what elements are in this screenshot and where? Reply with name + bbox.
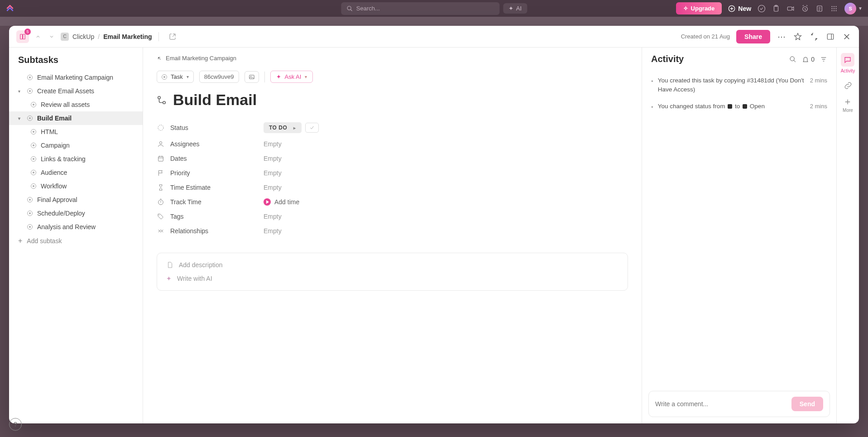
status-circle-icon[interactable] [31, 170, 36, 175]
subtask-item[interactable]: Campaign [9, 139, 143, 152]
help-button[interactable]: ? [9, 418, 22, 431]
subtask-item[interactable]: Email Marketing Campaign [9, 71, 143, 84]
search-activity-icon[interactable] [789, 56, 796, 63]
subtask-item[interactable]: Schedule/Deploy [9, 206, 143, 220]
status-circle-icon[interactable] [27, 88, 33, 94]
notepad-icon[interactable] [815, 5, 824, 13]
badge-count: 5 [24, 29, 31, 35]
new-button[interactable]: New [728, 5, 751, 12]
activity-text: You created this task by copying #31481d… [658, 76, 806, 95]
status-circle-icon[interactable] [31, 129, 36, 134]
subtask-item[interactable]: Links & tracking [9, 152, 143, 166]
modal-header: 5 C ClickUp / Email Marketing Created on… [9, 26, 859, 48]
field-tags[interactable]: Tags Empty [157, 213, 628, 220]
expand-sidebar-icon[interactable] [825, 32, 835, 42]
notifications-button[interactable]: 0 [802, 56, 815, 63]
expand-caret-icon[interactable]: ▾ [18, 89, 23, 94]
task-id[interactable]: 86cw9uve9 [199, 71, 239, 83]
close-icon[interactable] [842, 32, 852, 42]
task-badge-icon[interactable]: 5 [16, 30, 29, 43]
document-icon [166, 261, 173, 269]
status-value-button[interactable]: TO DO ▸ [264, 122, 302, 133]
expand-caret-icon[interactable]: ▾ [18, 116, 23, 121]
search-input[interactable]: Search... [341, 2, 499, 15]
status-circle-icon[interactable] [27, 115, 33, 121]
new-label: New [738, 5, 751, 12]
minimize-icon[interactable] [809, 32, 819, 42]
status-circle-icon[interactable] [31, 102, 36, 107]
subtask-item[interactable]: HTML [9, 125, 143, 139]
rail-link-button[interactable] [844, 82, 852, 90]
status-circle-icon[interactable] [31, 143, 36, 148]
nav-next-button[interactable] [47, 32, 56, 41]
field-priority[interactable]: Priority Empty [157, 169, 628, 177]
ai-button[interactable]: ✦ AI [503, 3, 527, 14]
write-with-ai-button[interactable]: ✦ Write with AI [166, 275, 619, 282]
plus-circle-icon [728, 5, 735, 12]
subtask-item[interactable]: Analysis and Review [9, 220, 143, 234]
status-circle-icon[interactable] [27, 224, 33, 230]
subtask-item[interactable]: Final Approval [9, 193, 143, 206]
upgrade-button[interactable]: ✧ Upgrade [676, 2, 722, 14]
field-relationships[interactable]: Relationships Empty [157, 227, 628, 235]
add-time-button[interactable]: Add time [264, 198, 299, 206]
avatar[interactable]: S [844, 3, 856, 14]
add-subtask-button[interactable]: + Add subtask [9, 234, 143, 248]
comment-input[interactable] [655, 400, 787, 408]
subtask-item[interactable]: ▾Build Email [9, 111, 143, 125]
task-type-selector[interactable]: Task ▾ [157, 71, 194, 83]
svg-line-32 [794, 60, 796, 62]
add-description-button[interactable]: Add description [166, 261, 619, 269]
filter-icon[interactable] [820, 56, 827, 63]
subtask-label: Create Email Assets [37, 87, 94, 95]
chevron-down-icon[interactable]: ▼ [858, 6, 863, 11]
status-circle-icon[interactable] [31, 156, 36, 162]
apps-grid-icon[interactable] [830, 5, 838, 13]
svg-point-16 [834, 10, 834, 11]
subtask-label: Campaign [41, 142, 70, 149]
rail-activity-button[interactable]: Activity [841, 53, 855, 73]
share-button[interactable]: Share [736, 30, 770, 43]
ask-ai-button[interactable]: ✦ Ask AI ▾ [270, 71, 313, 83]
clickup-logo-icon[interactable] [5, 4, 14, 13]
svg-point-24 [158, 96, 161, 99]
subtask-item[interactable]: Review all assets [9, 98, 143, 111]
topbar: Search... ✦ AI ✧ Upgrade New S ▼ [0, 0, 868, 17]
svg-point-30 [159, 215, 159, 216]
subtask-label: Analysis and Review [37, 223, 96, 231]
task-title[interactable]: Build Email [173, 91, 257, 109]
field-time-estimate[interactable]: Time Estimate Empty [157, 184, 628, 191]
send-button[interactable]: Send [791, 397, 823, 411]
workspace-chip[interactable]: C [61, 33, 69, 41]
subtask-item[interactable]: ▾Create Email Assets [9, 84, 143, 98]
subtask-label: Final Approval [37, 196, 77, 203]
breadcrumb-current[interactable]: Email Marketing [103, 33, 152, 40]
star-icon[interactable] [793, 32, 803, 42]
nav-prev-button[interactable] [34, 32, 43, 41]
svg-point-10 [834, 6, 834, 7]
svg-point-12 [831, 8, 832, 9]
status-circle-icon[interactable] [31, 183, 36, 189]
check-circle-icon[interactable] [758, 5, 766, 13]
move-icon[interactable] [169, 33, 176, 40]
field-assignees[interactable]: Assignees Empty [157, 140, 628, 148]
tags-label: Tags [170, 213, 184, 220]
parent-task-link[interactable]: Email Marketing Campaign [157, 55, 628, 62]
video-icon[interactable] [786, 5, 795, 13]
more-menu-icon[interactable]: ⋯ [777, 31, 786, 43]
complete-task-button[interactable] [305, 123, 319, 133]
subtask-item[interactable]: Workflow [9, 179, 143, 193]
status-circle-icon[interactable] [27, 75, 33, 80]
field-track-time[interactable]: Track Time Add time [157, 198, 628, 206]
status-circle-icon[interactable] [27, 197, 33, 202]
parent-link-label: Email Marketing Campaign [166, 55, 236, 62]
cover-image-button[interactable] [245, 71, 259, 83]
svg-point-11 [835, 6, 836, 7]
status-circle-icon[interactable] [27, 211, 33, 216]
breadcrumb-workspace[interactable]: ClickUp [72, 33, 94, 40]
clipboard-icon[interactable] [772, 5, 780, 13]
subtask-item[interactable]: Audience [9, 166, 143, 179]
rail-more-button[interactable]: More [843, 98, 853, 113]
alarm-icon[interactable] [801, 5, 809, 13]
field-dates[interactable]: Dates Empty [157, 155, 628, 162]
